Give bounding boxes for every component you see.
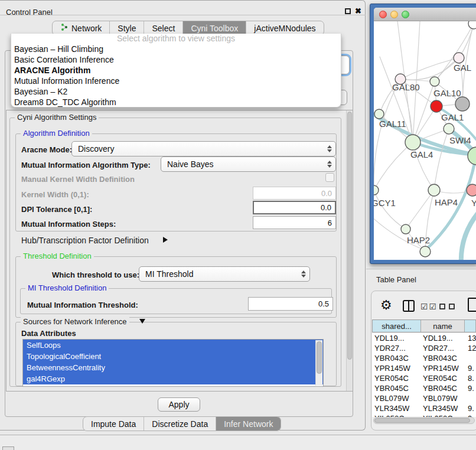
column-header-clipped[interactable] xyxy=(465,320,476,332)
attribute-item-gal4rgexp[interactable]: gal4RGexp xyxy=(23,373,323,384)
which-threshold-label: Which threshold to use: xyxy=(52,270,139,279)
apply-button[interactable]: Apply xyxy=(158,397,200,412)
scrollbar-thumb[interactable] xyxy=(317,341,322,374)
network-node-gal[interactable] xyxy=(454,53,464,63)
tab-style[interactable]: Style xyxy=(109,21,144,35)
algorithm-option-aracne-algorithm[interactable]: ARACNE Algorithm xyxy=(11,65,341,76)
network-node[interactable] xyxy=(468,147,476,165)
tab-infer-network[interactable]: Infer Network xyxy=(216,417,281,431)
network-edge[interactable] xyxy=(374,216,425,250)
mi-threshold-field[interactable]: 0.5 xyxy=(248,297,333,311)
network-edge[interactable] xyxy=(434,129,449,190)
table-row[interactable]: YBL079WYBL079W xyxy=(372,393,476,403)
control-panel-titlebar xyxy=(0,0,366,15)
network-node-gal11[interactable] xyxy=(374,109,384,119)
table-cell: YDR27... xyxy=(420,343,464,353)
expand-arrow-icon[interactable] xyxy=(163,237,168,243)
algorithm-option-dream8-dc-tdc-algorithm[interactable]: Dream8 DC_TDC Algorithm xyxy=(11,97,341,107)
attribute-item-betweennesscentrality[interactable]: BetweennessCentrality xyxy=(23,362,323,373)
table-cell: YBR045C xyxy=(420,383,464,393)
unselect-checkbox-icon[interactable] xyxy=(449,304,455,309)
column-header-name[interactable]: name xyxy=(421,320,465,332)
mi-steps-field[interactable]: 6 xyxy=(253,216,336,229)
dpi-tolerance-field[interactable]: 0.0 xyxy=(253,201,336,214)
table-row[interactable]: YBR043CYBR043C xyxy=(372,353,476,363)
column-header-shared[interactable]: shared... xyxy=(373,320,421,332)
node-label-gal1: GAL1 xyxy=(441,112,464,122)
network-node-gal10[interactable] xyxy=(430,77,439,86)
network-node-gcy1[interactable] xyxy=(374,185,379,195)
kernel-width-field[interactable]: 0.0 xyxy=(253,187,336,200)
node-label-y: Y xyxy=(471,198,476,208)
table-row[interactable]: YDL19...YDL19...13... xyxy=(372,333,476,343)
manual-kernel-width-checkbox[interactable] xyxy=(325,173,334,182)
sources-title: Sources for Network Inference xyxy=(23,317,127,326)
algorithm-option-mutual-information-inference[interactable]: Mutual Information Inference xyxy=(11,76,341,86)
attribute-item-topologicalcoefficient[interactable]: TopologicalCoefficient xyxy=(23,351,323,362)
data-attributes-list: SelfLoopsTopologicalCoefficientBetweenne… xyxy=(22,339,324,387)
network-node-swi4[interactable] xyxy=(444,123,454,134)
apply-button-label: Apply xyxy=(168,400,189,409)
tab-select[interactable]: Select xyxy=(144,21,182,35)
table-row[interactable]: YPR145WYPR145W9. xyxy=(372,363,476,373)
table-cell: 9. xyxy=(464,363,476,373)
scrollbar-thumb[interactable] xyxy=(347,112,352,360)
table-row[interactable]: YER054CYER054C8. xyxy=(372,373,476,383)
gear-icon[interactable]: ⚙ xyxy=(380,298,392,312)
network-canvas[interactable]: GALGAL80GAL10GAL1GAL11SWI4GAL4GCY1HAP4YH… xyxy=(374,21,476,260)
algorithm-option-bayesian-k2[interactable]: Bayesian – K2 xyxy=(11,86,341,97)
network-edge[interactable] xyxy=(461,209,476,260)
tab-discretize-data[interactable]: Discretize Data xyxy=(144,417,216,431)
tab-jactivemnodules[interactable]: jActiveMNodules xyxy=(246,21,323,35)
document-icon[interactable] xyxy=(468,298,476,312)
table-cell: YDR27... xyxy=(372,343,420,353)
network-node-gal4[interactable] xyxy=(405,135,420,150)
scrollbar-thumb[interactable] xyxy=(374,418,470,423)
columns-icon[interactable] xyxy=(403,300,415,312)
network-node-hap2[interactable] xyxy=(401,224,410,234)
mi-threshold-label: Mutual Information Threshold: xyxy=(27,301,138,309)
tab-label: Network xyxy=(71,21,102,35)
table-cell: YPR145W xyxy=(420,363,464,373)
network-edge[interactable] xyxy=(374,142,413,190)
collapse-arrow-icon[interactable] xyxy=(139,319,145,324)
network-edge[interactable] xyxy=(374,79,400,190)
dpi-tolerance-value: 0.0 xyxy=(321,203,331,212)
tab-label: Discretize Data xyxy=(152,417,208,431)
attributes-scrollbar[interactable] xyxy=(315,340,322,386)
network-node-gal1[interactable] xyxy=(431,100,442,112)
mini-panel-icon[interactable] xyxy=(2,446,14,450)
network-node[interactable] xyxy=(420,246,431,257)
which-threshold-select[interactable]: MI Threshold xyxy=(139,266,310,282)
tab-network[interactable]: Network xyxy=(53,21,109,35)
network-node[interactable] xyxy=(468,21,476,29)
table-horizontal-scrollbar[interactable] xyxy=(373,417,475,424)
aracne-mode-value: Discovery xyxy=(78,144,325,154)
algorithm-option-basic-correlation-inference[interactable]: Basic Correlation Inference xyxy=(11,54,341,65)
tab-impute-data[interactable]: Impute Data xyxy=(83,417,144,431)
minimize-traffic-light-icon[interactable] xyxy=(390,11,398,18)
aracne-mode-select[interactable]: Discovery xyxy=(71,141,336,156)
settings-vertical-scrollbar[interactable] xyxy=(346,110,353,391)
data-attributes-label: Data Attributes xyxy=(21,329,76,338)
algorithm-option-bayesian-hill-climbing[interactable]: Bayesian – Hill Climbing xyxy=(11,44,341,54)
zoom-traffic-light-icon[interactable] xyxy=(402,11,409,18)
mi-algorithm-type-select[interactable]: Naive Bayes xyxy=(161,156,336,172)
tab-label: Style xyxy=(118,21,136,35)
select-all-checkboxes-icon[interactable]: ☑☑ xyxy=(420,302,438,311)
node-label-gal11: GAL11 xyxy=(379,119,406,129)
close-icon[interactable]: ✖ xyxy=(355,6,361,16)
table-row[interactable]: YDR27...YDR27...12... xyxy=(372,343,476,353)
tab-cyni-toolbox[interactable]: Cyni Toolbox xyxy=(182,21,246,35)
attribute-item-selfloops[interactable]: SelfLoops xyxy=(23,340,323,351)
float-window-icon[interactable] xyxy=(345,8,351,14)
table-row[interactable]: YLR345WYLR345W9. xyxy=(372,403,476,413)
network-node-hap4[interactable] xyxy=(428,184,440,196)
network-node-y[interactable] xyxy=(467,184,476,196)
close-traffic-light-icon[interactable] xyxy=(379,11,387,18)
network-node[interactable] xyxy=(455,97,470,111)
unselect-checkbox-icon[interactable] xyxy=(439,304,445,309)
network-window-titlebar[interactable] xyxy=(374,8,476,21)
table-row[interactable]: YBR045CYBR045C9. xyxy=(372,383,476,393)
kernel-width-label: Kernel Width (0,1): xyxy=(21,190,89,199)
